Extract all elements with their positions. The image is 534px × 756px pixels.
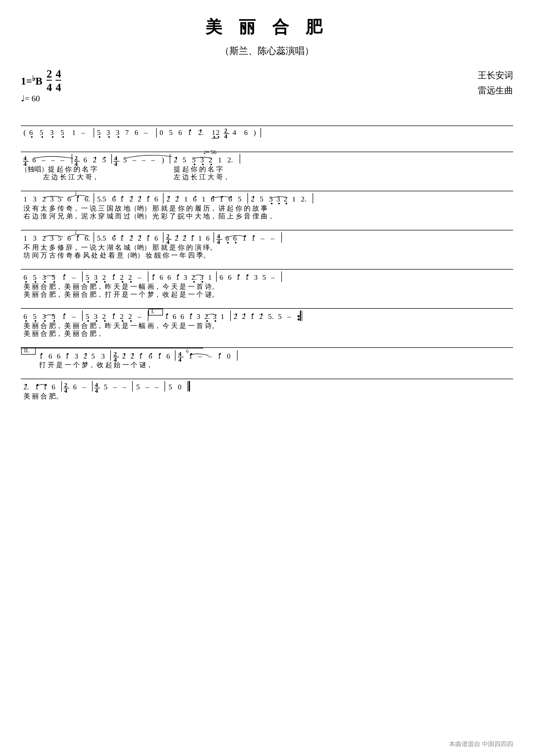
svg-text:6: 6 xyxy=(57,352,61,360)
svg-text:): ) xyxy=(253,128,256,137)
svg-text:1: 1 xyxy=(191,234,194,242)
svg-text:(: ( xyxy=(23,128,26,137)
svg-point-120 xyxy=(213,196,214,198)
svg-text:2: 2 xyxy=(242,312,246,320)
svg-text:I.: I. xyxy=(151,308,155,314)
svg-point-34 xyxy=(218,136,219,138)
svg-text:5: 5 xyxy=(91,352,95,360)
svg-text:右 边 淮 河 兄  弟，  泥 水 穿 城 而 过（哟） : 右 边 淮 河 兄 弟， 泥 水 穿 城 而 过（哟） 光 彩 了 皖 中 大 … xyxy=(23,212,274,220)
svg-text:1: 1 xyxy=(146,234,150,242)
svg-point-58 xyxy=(104,157,106,158)
svg-text:–: – xyxy=(270,234,274,242)
svg-text:2: 2 xyxy=(175,195,179,203)
svg-text:2: 2 xyxy=(42,234,46,242)
svg-text:–: – xyxy=(144,128,148,137)
svg-text:3: 3 xyxy=(94,312,97,320)
svg-text:5: 5 xyxy=(52,273,55,281)
svg-text:0: 0 xyxy=(227,352,231,360)
svg-text:3: 3 xyxy=(33,195,37,203)
author-info: 王长安词 雷远生曲 xyxy=(478,68,513,98)
svg-point-317 xyxy=(85,353,87,355)
svg-text:美 丽 合   肥，    美 丽   合   肥，    : 美 丽 合 肥， 美 丽 合 肥， 昨 天 是 一 幅 画， 今 天 是 一 首… xyxy=(23,322,218,330)
svg-text:5: 5 xyxy=(86,273,89,281)
svg-text:2: 2 xyxy=(129,234,133,242)
svg-point-56 xyxy=(95,157,96,158)
svg-point-270 xyxy=(130,320,132,322)
svg-text:6: 6 xyxy=(160,273,163,281)
svg-text:1: 1 xyxy=(120,195,124,203)
svg-text:6: 6 xyxy=(193,195,197,203)
svg-point-214 xyxy=(114,274,115,276)
svg-point-256 xyxy=(64,313,65,315)
svg-text:5: 5 xyxy=(183,156,186,164)
svg-text:6: 6 xyxy=(186,349,189,354)
svg-point-280 xyxy=(191,313,192,315)
svg-text:3: 3 xyxy=(50,128,54,137)
svg-text:6: 6 xyxy=(173,312,176,320)
svg-text:5: 5 xyxy=(192,156,195,164)
svg-text:5: 5 xyxy=(104,383,108,391)
footer-attribution: 本曲谱源自 中国四四四 xyxy=(449,740,513,748)
svg-text:–: – xyxy=(151,156,155,164)
svg-point-260 xyxy=(87,320,89,322)
svg-text:1: 1 xyxy=(158,352,161,360)
svg-text:i: i xyxy=(75,230,77,235)
svg-text:6: 6 xyxy=(225,234,229,242)
svg-text:左  边  长  江  大  哥，: 左 边 长 江 大 哥， xyxy=(21,173,99,181)
svg-text:5: 5 xyxy=(102,156,106,164)
svg-text:–: – xyxy=(113,383,117,391)
svg-text:美 丽 合   肥，    美 丽   合   肥，: 美 丽 合 肥， 美 丽 合 肥， xyxy=(23,330,103,338)
svg-text:6: 6 xyxy=(206,234,210,242)
svg-text:7: 7 xyxy=(125,128,129,137)
svg-text:3: 3 xyxy=(116,128,119,137)
svg-text:1: 1 xyxy=(120,234,124,242)
svg-text:5: 5 xyxy=(278,312,282,320)
svg-text:2: 2 xyxy=(122,352,126,360)
svg-point-155 xyxy=(114,235,115,237)
svg-text:2: 2 xyxy=(129,195,133,203)
svg-point-29 xyxy=(200,129,202,131)
svg-text:2.: 2. xyxy=(191,273,197,281)
svg-text:♩= 56: ♩= 56 xyxy=(203,149,216,155)
svg-point-78 xyxy=(211,164,212,165)
svg-point-196 xyxy=(25,281,27,283)
svg-text:不 用 太 多 修  辞，  一 说 大 湖 名 城（哟） : 不 用 太 多 修 辞， 一 说 大 湖 名 城（哟） 那 就 是 你 的 演 … xyxy=(23,244,217,251)
svg-text:–: – xyxy=(72,273,76,281)
svg-point-295 xyxy=(261,313,263,315)
svg-point-210 xyxy=(96,281,97,283)
svg-text:打 开 是  一  个  梦，      收  起 始  一: 打 开 是 一 个 梦， 收 起 始 一 个 谜， xyxy=(39,361,153,369)
svg-text:1: 1 xyxy=(202,195,205,203)
svg-text:2: 2 xyxy=(183,234,186,242)
svg-text:–: – xyxy=(81,128,85,137)
svg-text:0: 0 xyxy=(178,383,182,391)
svg-text:1: 1 xyxy=(146,195,150,203)
svg-text:1: 1 xyxy=(165,312,168,320)
svg-text:6: 6 xyxy=(228,273,232,281)
svg-text:1: 1 xyxy=(217,352,221,360)
svg-point-102 xyxy=(122,196,123,198)
svg-point-149 xyxy=(77,235,79,237)
subtitle: （斯兰、陈心蕊演唱） xyxy=(21,45,513,57)
svg-text:–: – xyxy=(261,234,265,242)
svg-text:美 丽 合   肥，    美 丽   合   肥，    : 美 丽 合 肥， 美 丽 合 肥， 昨 天 是 一 幅 画， 今 天 是 一 首… xyxy=(23,283,218,290)
svg-text:1: 1 xyxy=(198,234,202,242)
svg-text:5: 5 xyxy=(123,156,127,164)
svg-text:1: 1 xyxy=(218,156,222,164)
svg-text:6: 6 xyxy=(166,352,170,360)
svg-point-198 xyxy=(35,281,36,283)
svg-text:2: 2 xyxy=(216,128,219,137)
svg-point-229 xyxy=(193,281,195,283)
svg-text:（独唱）提  起  你  的  名  字: （独唱）提 起 你 的 名 字 xyxy=(21,165,97,173)
svg-point-231 xyxy=(202,281,203,283)
tempo-marking: ♩= 60 xyxy=(21,94,61,103)
svg-point-276 xyxy=(166,313,168,315)
svg-text:1: 1 xyxy=(76,234,79,242)
svg-text:3: 3 xyxy=(184,273,187,281)
svg-point-114 xyxy=(177,196,179,198)
svg-text:2: 2 xyxy=(251,195,254,203)
svg-text:6: 6 xyxy=(112,234,116,242)
svg-point-300 xyxy=(297,318,300,320)
svg-text:6: 6 xyxy=(180,312,184,320)
svg-text:5: 5 xyxy=(86,312,89,320)
svg-text:1: 1 xyxy=(139,352,142,360)
